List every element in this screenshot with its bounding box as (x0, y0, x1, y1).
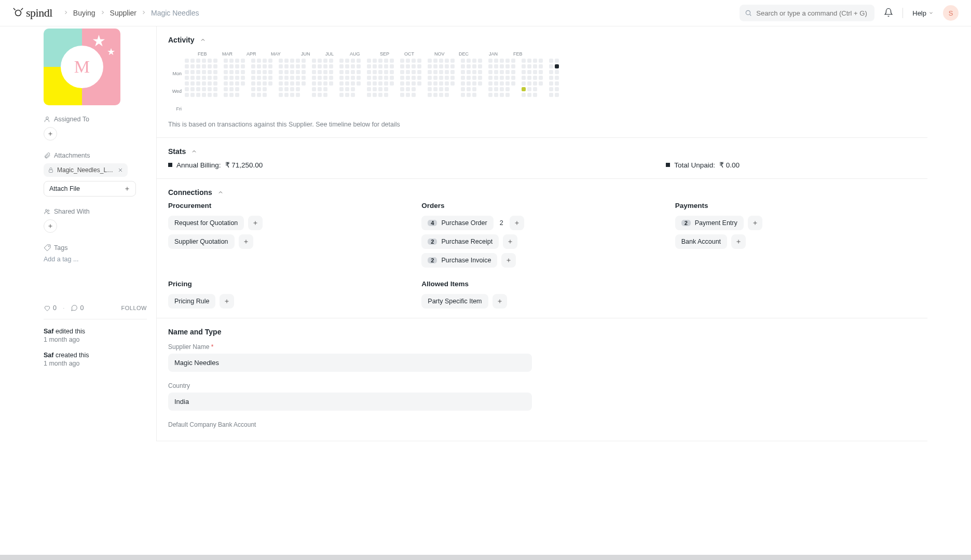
activity-heatmap: Mon Wed Fri FEBMARAPRMAYJUNJULAUGSEPOCTN… (168, 51, 916, 111)
attach-file-button[interactable]: Attach File (44, 181, 136, 197)
tags-label: Tags (44, 244, 147, 251)
svg-point-5 (48, 210, 49, 212)
add-po-button[interactable] (510, 216, 524, 230)
svg-rect-3 (49, 170, 53, 173)
assigned-to-label: Assigned To (44, 116, 147, 123)
stats-section-head[interactable]: Stats (168, 147, 916, 156)
chip-ba[interactable]: Bank Account (675, 234, 727, 249)
conn-payments: Payments 2Payment Entry Bank Account (675, 202, 916, 268)
navbar: spindl Buying Supplier Magic Needles Hel… (0, 0, 971, 26)
help-button[interactable]: Help (912, 9, 934, 17)
add-sq-button[interactable] (239, 234, 253, 249)
chevron-up-icon (191, 148, 197, 155)
breadcrumb: Buying Supplier Magic Needles (63, 9, 199, 17)
breadcrumb-supplier[interactable]: Supplier (110, 9, 136, 17)
svg-point-6 (48, 246, 49, 247)
chip-pi[interactable]: 2Purchase Invoice (421, 253, 497, 268)
chip-rfq[interactable]: Request for Quotation (168, 216, 244, 230)
chevron-up-icon (200, 37, 206, 43)
conn-allowed: Allowed Items Party Specific Item (421, 280, 662, 309)
chevron-down-icon (928, 10, 934, 16)
conn-orders: Orders 4Purchase Order2 2Purchase Receip… (421, 202, 662, 268)
paperclip-icon (44, 152, 51, 159)
svg-point-4 (46, 209, 48, 212)
conn-procurement: Procurement Request for Quotation Suppli… (168, 202, 409, 268)
chip-po[interactable]: 4Purchase Order (421, 216, 493, 230)
shared-with-label: Shared With (44, 208, 147, 215)
chip-pr[interactable]: 2Purchase Receipt (421, 234, 499, 249)
svg-point-1 (746, 10, 750, 15)
attachments-label: Attachments (44, 152, 147, 159)
chip-sq[interactable]: Supplier Quotation (168, 234, 235, 249)
conn-pricing: Pricing Pricing Rule (168, 280, 409, 309)
social-row: 0 · 0 FOLLOW (44, 304, 147, 319)
tag-input[interactable]: Add a tag ... (44, 256, 147, 263)
bank-label: Default Company Bank Account (168, 421, 532, 428)
search-field[interactable] (756, 9, 869, 17)
search-icon (745, 9, 752, 17)
navbar-right: Help S (740, 5, 959, 21)
chip-psi[interactable]: Party Specific Item (421, 294, 488, 309)
attachment-filename: Magic_Needles_Logo_S (57, 166, 114, 174)
chevron-right-icon (63, 9, 69, 17)
add-rfq-button[interactable] (248, 216, 263, 230)
help-label: Help (912, 9, 926, 17)
chevron-up-icon (217, 189, 224, 195)
chip-pe[interactable]: 2Payment Entry (675, 216, 744, 230)
tag-icon (44, 244, 51, 251)
chevron-right-icon (100, 9, 106, 17)
close-icon[interactable] (117, 167, 124, 173)
add-pi-button[interactable] (501, 253, 516, 268)
svg-point-0 (16, 10, 21, 16)
supplier-name-input[interactable] (168, 354, 532, 372)
likes[interactable]: 0 (44, 304, 57, 312)
comment-icon (71, 304, 78, 312)
sidebar: M ★ ★ Assigned To Attachments Magic_Need… (0, 26, 156, 441)
supplier-name-label: Supplier Name * (168, 343, 532, 351)
supplier-logo[interactable]: M ★ ★ (44, 29, 120, 105)
country-input[interactable] (168, 393, 532, 411)
add-psi-button[interactable] (493, 294, 507, 309)
avatar[interactable]: S (943, 5, 959, 21)
audit-item: Saf edited this 1 month ago (44, 328, 147, 343)
follow-button[interactable]: FOLLOW (121, 305, 147, 311)
stat-annual-billing: Annual Billing: ₹ 71,250.00 (168, 161, 263, 169)
connections-section-head[interactable]: Connections (168, 188, 916, 197)
users-icon (44, 208, 51, 215)
audit-item: Saf created this 1 month ago (44, 352, 147, 367)
plus-icon (124, 186, 130, 192)
chip-prule[interactable]: Pricing Rule (168, 294, 215, 309)
main-content: Activity Mon Wed Fri FEBMARAPRMAYJUNJULA… (156, 26, 927, 441)
heart-icon (44, 304, 51, 312)
user-icon (44, 116, 51, 123)
add-assignee-button[interactable] (44, 127, 57, 141)
add-prule-button[interactable] (220, 294, 234, 309)
search-input[interactable] (740, 5, 874, 21)
name-type-head: Name and Type (168, 328, 916, 336)
divider (902, 8, 903, 18)
stat-total-unpaid: Total Unpaid: ₹ 0.00 (666, 161, 740, 169)
po-outside-count: 2 (498, 219, 505, 227)
svg-point-2 (46, 117, 49, 119)
activity-section-head[interactable]: Activity (168, 36, 916, 44)
breadcrumb-current: Magic Needles (151, 9, 199, 17)
add-ba-button[interactable] (731, 234, 746, 249)
add-pr-button[interactable] (503, 234, 517, 249)
bell-icon[interactable] (884, 8, 893, 19)
attachment-chip[interactable]: Magic_Needles_Logo_S (44, 163, 128, 177)
brand-logo[interactable]: spindl (12, 6, 52, 20)
comments[interactable]: 0 (71, 304, 84, 312)
add-pe-button[interactable] (748, 216, 762, 230)
brand-text: spindl (26, 6, 52, 20)
lock-icon (48, 167, 54, 173)
activity-note: This is based on transactions against th… (168, 121, 916, 128)
country-label: Country (168, 382, 532, 389)
breadcrumb-buying[interactable]: Buying (73, 9, 95, 17)
chevron-right-icon (141, 9, 147, 17)
add-share-button[interactable] (44, 219, 57, 233)
